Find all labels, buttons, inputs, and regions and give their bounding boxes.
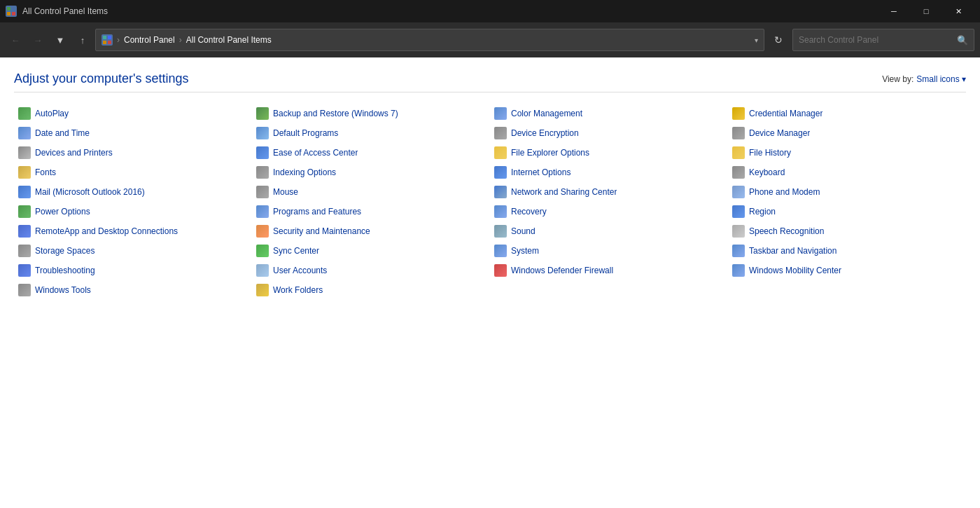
cp-item-sound[interactable]: Sound: [490, 221, 728, 241]
item-label: Speech Recognition: [749, 226, 824, 236]
search-icon[interactable]: 🔍: [957, 35, 968, 46]
item-label: RemoteApp and Desktop Connections: [35, 226, 178, 236]
view-by-arrow: ▾: [962, 74, 966, 84]
app-icon: [6, 6, 17, 17]
title-controls: ─ □ ✕: [878, 0, 974, 22]
cp-item-network-and-sharing-center[interactable]: Network and Sharing Center: [490, 182, 728, 202]
cp-item-remoteapp-and-desktop-connections[interactable]: RemoteApp and Desktop Connections: [14, 221, 252, 241]
item-label: Storage Spaces: [35, 246, 94, 256]
address-icon: [102, 34, 113, 46]
cp-item-user-accounts[interactable]: User Accounts: [252, 261, 490, 280]
window-title: All Control Panel Items: [22, 6, 108, 16]
cp-item-sync-center[interactable]: Sync Center: [252, 241, 490, 261]
cp-item-recovery[interactable]: Recovery: [490, 202, 728, 221]
item-label: System: [511, 246, 539, 256]
cp-item-region[interactable]: Region: [728, 202, 966, 221]
cp-item-windows-defender-firewall[interactable]: Windows Defender Firewall: [490, 261, 728, 280]
navigation-bar: ← → ▼ ↑ › Control Panel › All Control Pa…: [0, 22, 980, 57]
item-label: Region: [749, 207, 776, 217]
cp-item-windows-mobility-center[interactable]: Windows Mobility Center: [728, 261, 966, 280]
refresh-button[interactable]: ↻: [767, 29, 790, 51]
cp-item-keyboard[interactable]: Keyboard: [728, 163, 966, 182]
cp-item-devices-and-printers[interactable]: Devices and Printers: [14, 143, 252, 163]
svg-rect-0: [7, 7, 10, 11]
icon-default: [256, 127, 269, 139]
icon-color: [494, 107, 507, 120]
cp-item-mail-microsoft-outlook-2016[interactable]: Mail (Microsoft Outlook 2016): [14, 182, 252, 202]
title-bar-left: All Control Panel Items: [6, 6, 108, 17]
cp-item-troubleshooting[interactable]: Troubleshooting: [14, 261, 252, 280]
icon-speech: [732, 225, 745, 238]
cp-item-backup-and-restore-windows-7[interactable]: Backup and Restore (Windows 7): [252, 104, 490, 123]
cp-item-color-management[interactable]: Color Management: [490, 104, 728, 123]
maximize-button[interactable]: □: [910, 0, 942, 22]
cp-item-work-folders[interactable]: Work Folders: [252, 280, 490, 300]
icon-winmobility: [732, 264, 745, 277]
up-button[interactable]: ↑: [73, 30, 92, 50]
cp-item-date-and-time[interactable]: Date and Time: [14, 123, 252, 143]
cp-item-file-history[interactable]: File History: [728, 143, 966, 163]
cp-item-system[interactable]: System: [490, 241, 728, 261]
cp-item-security-and-maintenance[interactable]: Security and Maintenance: [252, 221, 490, 241]
search-input[interactable]: [799, 35, 957, 45]
cp-item-device-encryption[interactable]: Device Encryption: [490, 123, 728, 143]
close-button[interactable]: ✕: [942, 0, 974, 22]
address-control-panel[interactable]: Control Panel: [124, 35, 175, 45]
cp-item-programs-and-features[interactable]: Programs and Features: [252, 202, 490, 221]
icon-recovery: [494, 205, 507, 218]
icon-mail: [18, 186, 31, 198]
svg-rect-6: [103, 41, 106, 44]
icon-storage: [18, 245, 31, 257]
recent-locations-button[interactable]: ▼: [50, 30, 70, 50]
item-label: Keyboard: [749, 167, 785, 177]
item-label: Windows Tools: [35, 285, 91, 295]
icon-network: [494, 186, 507, 198]
address-bar[interactable]: › Control Panel › All Control Panel Item…: [95, 29, 764, 51]
cp-item-storage-spaces[interactable]: Storage Spaces: [14, 241, 252, 261]
item-label: Credential Manager: [749, 109, 822, 118]
cp-item-default-programs[interactable]: Default Programs: [252, 123, 490, 143]
cp-item-windows-tools[interactable]: Windows Tools: [14, 280, 252, 300]
cp-item-phone-and-modem[interactable]: Phone and Modem: [728, 182, 966, 202]
forward-button[interactable]: →: [28, 30, 48, 50]
view-by-link[interactable]: Small icons ▾: [916, 74, 966, 84]
item-label: Programs and Features: [273, 207, 361, 217]
cp-item-internet-options[interactable]: Internet Options: [490, 163, 728, 182]
svg-rect-4: [103, 36, 106, 39]
cp-item-taskbar-and-navigation[interactable]: Taskbar and Navigation: [728, 241, 966, 261]
icon-devmgr: [732, 127, 745, 139]
icon-work: [256, 284, 269, 296]
cp-item-power-options[interactable]: Power Options: [14, 202, 252, 221]
item-label: File Explorer Options: [511, 148, 589, 158]
cp-item-mouse[interactable]: Mouse: [252, 182, 490, 202]
icon-filehistory: [732, 146, 745, 159]
item-label: Network and Sharing Center: [511, 187, 617, 197]
cp-item-speech-recognition[interactable]: Speech Recognition: [728, 221, 966, 241]
icon-user: [256, 264, 269, 277]
back-button[interactable]: ←: [6, 30, 25, 50]
item-label: Date and Time: [35, 128, 90, 138]
icon-internet: [494, 166, 507, 179]
search-box[interactable]: 🔍: [792, 29, 974, 51]
items-grid: AutoPlayBackup and Restore (Windows 7)Co…: [14, 104, 966, 300]
header-divider: [14, 92, 966, 92]
address-sep-1: ›: [117, 35, 120, 45]
item-label: Work Folders: [273, 285, 323, 295]
minimize-button[interactable]: ─: [878, 0, 910, 22]
svg-rect-5: [108, 36, 111, 39]
cp-item-device-manager[interactable]: Device Manager: [728, 123, 966, 143]
cp-item-fonts[interactable]: Fonts: [14, 163, 252, 182]
cp-item-ease-of-access-center[interactable]: Ease of Access Center: [252, 143, 490, 163]
item-label: Mail (Microsoft Outlook 2016): [35, 187, 145, 197]
cp-item-credential-manager[interactable]: Credential Manager: [728, 104, 966, 123]
cp-item-indexing-options[interactable]: Indexing Options: [252, 163, 490, 182]
svg-rect-2: [7, 12, 10, 15]
address-all-items[interactable]: All Control Panel Items: [186, 35, 272, 45]
page-header: Adjust your computer's settings View by:…: [14, 71, 966, 86]
cp-item-file-explorer-options[interactable]: File Explorer Options: [490, 143, 728, 163]
item-label: Fonts: [35, 167, 56, 177]
address-dropdown-arrow[interactable]: ▾: [755, 36, 758, 44]
cp-item-autoplay[interactable]: AutoPlay: [14, 104, 252, 123]
item-label: Device Manager: [749, 128, 810, 138]
icon-sound: [494, 225, 507, 238]
